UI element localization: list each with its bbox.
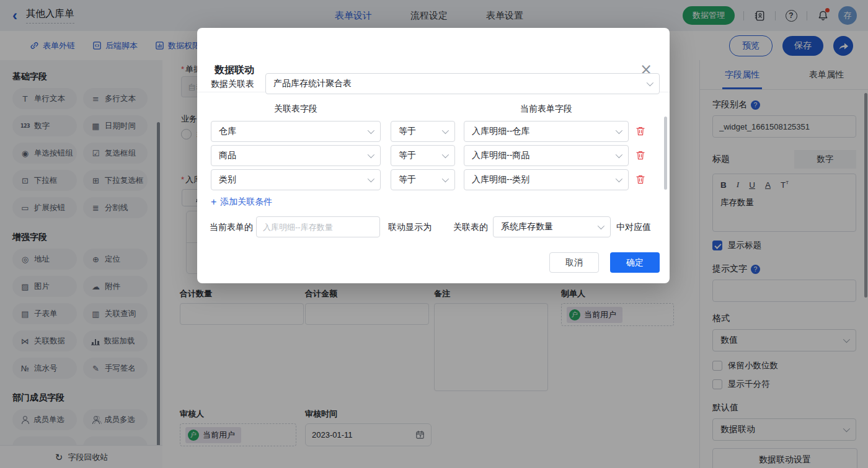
suffix-label: 中对应值 (616, 216, 651, 237)
chevron-down-icon (368, 127, 374, 134)
left-field-select-3[interactable]: 类别 (211, 169, 381, 190)
col-right-header: 当前表单字段 (520, 104, 572, 115)
right-field-select-1[interactable]: 入库明细--仓库 (464, 121, 629, 142)
display-as-label: 联动显示为 (388, 216, 432, 237)
select-value: 类别 (219, 174, 236, 185)
add-condition-label: 添加关联条件 (220, 196, 272, 208)
select-value: 系统库存数量 (501, 221, 553, 232)
chevron-down-icon (647, 79, 653, 86)
delete-condition-icon[interactable] (636, 174, 645, 185)
delete-condition-icon[interactable] (636, 150, 645, 161)
chevron-down-icon (442, 127, 449, 134)
left-field-select-1[interactable]: 仓库 (211, 121, 381, 142)
select-value: 商品 (219, 150, 236, 161)
select-value: 入库明细--商品 (472, 150, 529, 161)
chevron-down-icon (616, 151, 622, 158)
related-table-label: 关联表的 (453, 216, 488, 237)
operator-select-1[interactable]: 等于 (391, 121, 455, 142)
chevron-down-icon (368, 151, 374, 158)
chevron-down-icon (616, 127, 622, 134)
select-value: 等于 (399, 174, 416, 185)
chevron-down-icon (442, 175, 449, 182)
select-value: 等于 (399, 126, 416, 137)
confirm-button[interactable]: 确定 (610, 252, 660, 273)
data-linkage-modal: 数据联动 × 数据关联表 产品库存统计聚合表 关联表字段 当前表单字段 仓库 等… (197, 28, 670, 283)
app-window: ‹ 其他入库单 表单设计 流程设定 表单设置 数据管理 ? 存 表单外链 (0, 0, 868, 468)
chevron-down-icon (368, 175, 374, 182)
relation-table-value: 产品库存统计聚合表 (273, 78, 352, 89)
select-value: 入库明细--仓库 (472, 126, 529, 137)
col-left-header: 关联表字段 (274, 104, 317, 115)
relation-table-select[interactable]: 产品库存统计聚合表 (265, 73, 660, 94)
right-field-select-2[interactable]: 入库明细--商品 (464, 145, 629, 166)
select-value: 入库明细--类别 (472, 174, 529, 185)
chevron-down-icon (616, 175, 622, 182)
modal-scrollbar[interactable] (664, 117, 667, 190)
current-field-input[interactable] (256, 216, 380, 237)
select-value: 仓库 (219, 126, 236, 137)
cancel-button[interactable]: 取消 (549, 252, 599, 273)
operator-select-2[interactable]: 等于 (391, 145, 455, 166)
left-field-select-2[interactable]: 商品 (211, 145, 381, 166)
related-field-select[interactable]: 系统库存数量 (493, 216, 611, 237)
select-value: 等于 (399, 150, 416, 161)
add-condition-link[interactable]: + 添加关联条件 (211, 196, 272, 208)
current-form-label: 当前表单的 (210, 216, 253, 237)
right-field-select-3[interactable]: 入库明细--类别 (464, 169, 629, 190)
operator-select-3[interactable]: 等于 (391, 169, 455, 190)
chevron-down-icon (442, 151, 449, 158)
chevron-down-icon (598, 223, 604, 229)
relation-table-label: 数据关联表 (211, 73, 254, 94)
plus-icon: + (211, 196, 216, 208)
delete-condition-icon[interactable] (636, 126, 645, 136)
